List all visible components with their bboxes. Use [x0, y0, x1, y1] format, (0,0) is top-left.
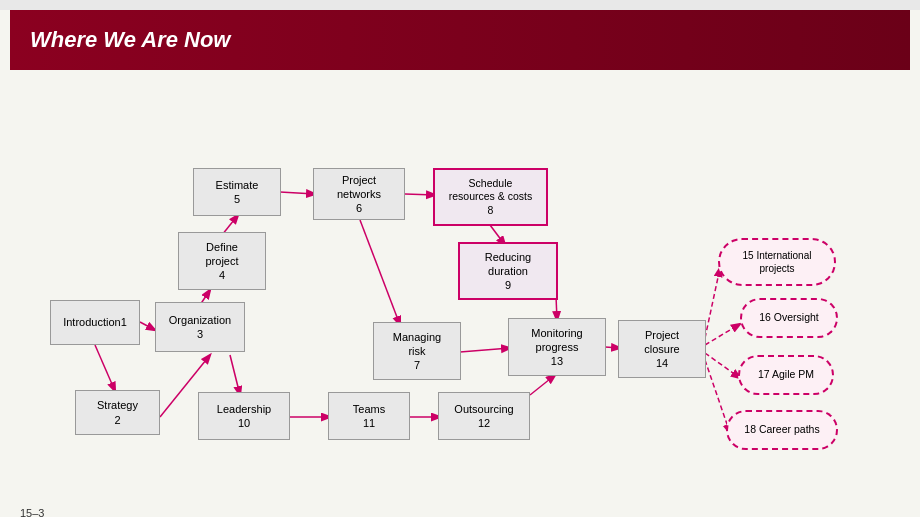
node-career-paths: 18 Career paths: [726, 410, 838, 450]
svg-line-1: [95, 345, 115, 391]
node-project-networks: Projectnetworks6: [313, 168, 405, 220]
svg-line-7: [360, 220, 400, 325]
node-estimate: Estimate5: [193, 168, 281, 216]
svg-line-13: [530, 375, 555, 395]
node-schedule-resources: Scheduleresources & costs8: [433, 168, 548, 226]
node-international-projects: 15 Internationalprojects: [718, 238, 836, 286]
header-title: Where We Are Now: [30, 27, 230, 53]
svg-line-3: [230, 355, 240, 395]
node-introduction: Introduction1: [50, 300, 140, 345]
node-reducing-duration: Reducingduration9: [458, 242, 558, 300]
node-define-project: Defineproject4: [178, 232, 266, 290]
svg-line-6: [405, 194, 435, 195]
svg-line-10: [460, 348, 510, 352]
svg-line-5: [280, 192, 315, 194]
diagram-area: Introduction1 Strategy2 Organization3 De…: [0, 80, 920, 497]
node-strategy: Strategy2: [75, 390, 160, 435]
node-agile-pm: 17 Agile PM: [738, 355, 834, 395]
node-organization: Organization3: [155, 302, 245, 352]
svg-line-15: [705, 268, 720, 338]
svg-line-16: [705, 324, 740, 345]
node-monitoring-progress: Monitoringprogress13: [508, 318, 606, 376]
node-outsourcing: Outsourcing12: [438, 392, 530, 440]
node-project-closure: Projectclosure14: [618, 320, 706, 378]
page-number: 15–3: [20, 507, 44, 517]
svg-line-17: [705, 353, 740, 378]
node-teams: Teams11: [328, 392, 410, 440]
header: Where We Are Now: [10, 10, 910, 70]
node-oversight: 16 Oversight: [740, 298, 838, 338]
node-managing-risk: Managingrisk7: [373, 322, 461, 380]
node-leadership: Leadership10: [198, 392, 290, 440]
slide: Where We Are Now: [0, 10, 920, 517]
svg-line-0: [140, 322, 155, 330]
